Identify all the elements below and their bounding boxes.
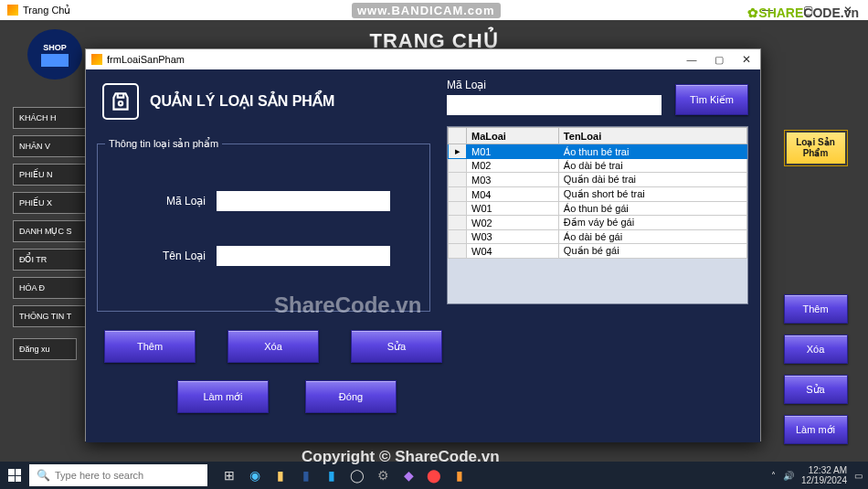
table-row[interactable]: ▸M01Áo thun bé trai xyxy=(449,144,747,159)
app2-icon[interactable]: ▮ xyxy=(447,462,472,489)
app-icon xyxy=(7,5,18,16)
edge-icon[interactable]: ◉ xyxy=(242,462,268,489)
ten-loai-input[interactable] xyxy=(217,246,390,266)
ten-loai-label: Tên Loại xyxy=(98,250,217,262)
explorer-icon[interactable]: ▮ xyxy=(268,462,293,489)
right-thêm-button[interactable]: Thêm xyxy=(784,294,848,324)
modal-heading: QUẢN LÝ LOẠI SẢN PHẨM xyxy=(150,92,334,110)
logout-button[interactable]: Đăng xu xyxy=(13,338,77,360)
modal-titlebar[interactable]: frmLoaiSanPham — ▢ ✕ xyxy=(86,49,760,69)
lammoi-button[interactable]: Làm mới xyxy=(177,380,269,413)
table-row[interactable]: M02Áo dài bé trai xyxy=(449,159,747,173)
app1-icon[interactable]: ⚙ xyxy=(370,462,396,489)
right-xóa-button[interactable]: Xóa xyxy=(784,335,848,364)
volume-icon[interactable]: 🔊 xyxy=(783,471,794,481)
info-fieldset: Thông tin loại sản phẩm Mã Loại Tên Loại xyxy=(97,138,430,312)
fieldset-legend: Thông tin loại sản phẩm xyxy=(105,138,222,150)
them-button[interactable]: Thêm xyxy=(104,330,196,363)
modal-icon xyxy=(91,54,102,65)
table-row[interactable]: M03Quần dài bé trai xyxy=(449,173,747,187)
table-row[interactable]: W03Áo dài bé gái xyxy=(449,230,747,244)
modal-title-text: frmLoaiSanPham xyxy=(107,54,185,65)
form-header-icon xyxy=(102,83,139,120)
dong-button[interactable]: Đóng xyxy=(305,380,397,413)
right-làm mới-button[interactable]: Làm mới xyxy=(784,415,848,444)
ma-loai-label: Mã Loại xyxy=(98,195,217,207)
modal-maximize-icon[interactable]: ▢ xyxy=(705,49,733,69)
search-icon: 🔍 xyxy=(37,469,50,482)
table-row[interactable]: M04Quần short bé trai xyxy=(449,187,747,202)
vscode-icon[interactable]: ▮ xyxy=(319,462,344,489)
taskbar-search[interactable]: 🔍Type here to search xyxy=(29,464,207,486)
bandicam-icon[interactable]: ⬤ xyxy=(421,462,447,489)
svg-point-0 xyxy=(119,101,122,105)
taskview-icon[interactable]: ⊞ xyxy=(217,462,242,489)
chrome-icon[interactable]: ◯ xyxy=(344,462,370,489)
word-icon[interactable]: ▮ xyxy=(293,462,319,489)
table-row[interactable]: W01Áo thun bé gái xyxy=(449,202,747,216)
taskbar: 🔍Type here to search ⊞ ◉ ▮ ▮ ▮ ◯ ⚙ ◆ ⬤ ▮… xyxy=(0,462,868,489)
main-title-text: Trang Chủ xyxy=(23,5,70,16)
sharecode-watermark: ✿SHARECODE.vn xyxy=(747,5,859,20)
product-type-button[interactable]: Loại Sản Phẩm xyxy=(784,130,848,166)
modal-minimize-icon[interactable]: — xyxy=(678,49,705,69)
xoa-button[interactable]: Xóa xyxy=(228,330,319,363)
clock[interactable]: 12:32 AM 12/19/2024 xyxy=(801,465,847,485)
taskbar-items: ⊞ ◉ ▮ ▮ ▮ ◯ ⚙ ◆ ⬤ ▮ xyxy=(217,462,472,489)
vs-icon[interactable]: ◆ xyxy=(396,462,421,489)
timkiem-button[interactable]: Tìm Kiếm xyxy=(675,84,748,115)
search-input[interactable] xyxy=(447,95,662,115)
product-type-modal: frmLoaiSanPham — ▢ ✕ QUẢN LÝ LOẠI SẢN PH… xyxy=(85,48,761,441)
tray-chevron-icon[interactable]: ˄ xyxy=(771,471,776,481)
table-row[interactable]: W02Đầm váy bé gái xyxy=(449,216,747,230)
notification-icon[interactable]: ▭ xyxy=(854,471,863,481)
sua-button[interactable]: Sửa xyxy=(351,330,442,363)
ma-loai-input[interactable] xyxy=(217,191,390,211)
bandicam-watermark: www.BANDICAM.com xyxy=(352,3,501,18)
shop-logo: SHOP xyxy=(27,29,82,80)
data-grid[interactable]: MaLoaiTenLoai▸M01Áo thun bé traiM02Áo dà… xyxy=(447,126,748,304)
modal-close-icon[interactable]: ✕ xyxy=(733,49,760,69)
table-row[interactable]: W04Quần bé gái xyxy=(449,244,747,259)
right-sửa-button[interactable]: Sửa xyxy=(784,375,848,404)
system-tray[interactable]: ˄ 🔊 12:32 AM 12/19/2024 ▭ xyxy=(771,465,868,485)
start-button[interactable] xyxy=(0,462,29,489)
